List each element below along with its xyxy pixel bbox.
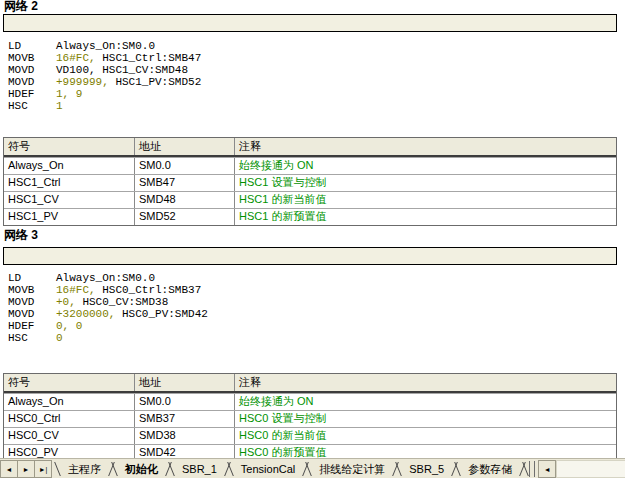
tab-divider	[452, 460, 460, 478]
symbol-cell: Always_On	[4, 394, 134, 410]
pou-tab-bar: ◄►►|主程序初始化SBR_1TensionCal排线给定计算SBR_5参数存储…	[0, 458, 625, 478]
stl-operand: HSC1_PV:SMD52	[109, 76, 201, 88]
table-row[interactable]: HSC1_PVSMD52HSC1 的新预置值	[4, 208, 616, 225]
stl-line: HDEF1, 9	[8, 88, 201, 100]
address-cell: SMD38	[134, 428, 234, 444]
tab-参数存储[interactable]: 参数存储	[460, 460, 520, 478]
table-row[interactable]: HSC1_CVSMD48HSC1 的新当前值	[4, 191, 616, 208]
stl-operand: Always_On:SM0.0	[56, 272, 155, 284]
stl-line: MOVB16#FC, HSC0_Ctrl:SMB37	[8, 284, 208, 296]
address-cell: SMD48	[134, 192, 234, 208]
stl-line: LDAlways_On:SM0.0	[8, 272, 208, 284]
hscrollbar-left-button[interactable]: ◄	[538, 460, 556, 478]
tab-divider	[303, 460, 311, 478]
table-row[interactable]: HSC0_CtrlSMB37HSC0 设置与控制	[4, 410, 616, 427]
tab-主程序[interactable]: 主程序	[60, 460, 109, 478]
stl-literal-operand: +999999,	[56, 76, 109, 88]
stl-literal-operand: 16#FC,	[56, 52, 96, 64]
tab-scroll-right-button[interactable]: ►	[18, 460, 35, 478]
comment-cell: HSC1 设置与控制	[234, 175, 616, 191]
stl-literal-operand: 1	[56, 100, 63, 112]
stl-line: MOVD+0, HSC0_CV:SMD38	[8, 296, 208, 308]
column-header: 地址	[134, 138, 234, 155]
symbol-cell: HSC1_PV	[4, 209, 134, 225]
tab-divider	[225, 460, 233, 478]
stl-operand: HSC0_CV:SMD38	[76, 296, 168, 308]
network-3-title: 网络 3	[4, 229, 38, 241]
symbol-cell: HSC0_CV	[4, 428, 134, 444]
tab-divider	[166, 460, 174, 478]
column-header: 符号	[4, 374, 134, 391]
symbol-table-header-row: 符号地址注释	[4, 138, 616, 157]
address-cell: SMD52	[134, 209, 234, 225]
column-header: 符号	[4, 138, 134, 155]
stl-operand: Always_On:SM0.0	[56, 40, 155, 52]
network-3-symbol-table: 符号地址注释Always_OnSM0.0始终接通为 ONHSC0_CtrlSMB…	[3, 373, 617, 462]
stl-opcode: MOVB	[8, 284, 56, 296]
address-cell: SMB37	[134, 411, 234, 427]
comment-cell: HSC0 设置与控制	[234, 411, 616, 427]
stl-opcode: MOVD	[8, 76, 56, 88]
stl-operand: HSC1_Ctrl:SMB47	[96, 52, 202, 64]
network-2-title: 网络 2	[4, 0, 38, 12]
stl-literal-operand: 0, 0	[56, 320, 82, 332]
network-3-stl-code[interactable]: LDAlways_On:SM0.0MOVB16#FC, HSC0_Ctrl:SM…	[8, 272, 208, 344]
stl-literal-operand: 1, 9	[56, 88, 82, 100]
tab-SBR_1[interactable]: SBR_1	[174, 460, 225, 478]
table-row[interactable]: HSC0_CVSMD38HSC0 的新当前值	[4, 427, 616, 444]
hscrollbar-track[interactable]	[556, 460, 625, 478]
comment-cell: HSC0 的新当前值	[234, 428, 616, 444]
stl-opcode: LD	[8, 272, 56, 284]
comment-cell: 始终接通为 ON	[234, 158, 616, 174]
tab-divider	[520, 460, 528, 478]
stl-opcode: HSC	[8, 332, 56, 344]
stl-opcode: MOVD	[8, 308, 56, 320]
comment-cell: 始终接通为 ON	[234, 394, 616, 410]
address-cell: SMB47	[134, 175, 234, 191]
symbol-cell: Always_On	[4, 158, 134, 174]
table-row[interactable]: Always_OnSM0.0始终接通为 ON	[4, 157, 616, 174]
tab-divider	[52, 460, 60, 478]
column-header: 注释	[234, 138, 616, 155]
symbol-cell: HSC0_Ctrl	[4, 411, 134, 427]
stl-line: MOVB16#FC, HSC1_Ctrl:SMB47	[8, 52, 201, 64]
stl-line: MOVD+999999, HSC1_PV:SMD52	[8, 76, 201, 88]
network-2-comment-box[interactable]	[3, 14, 617, 32]
stl-opcode: MOVD	[8, 64, 56, 76]
symbol-table-header-row: 符号地址注释	[4, 374, 616, 393]
stl-literal-operand: +0,	[56, 296, 76, 308]
comment-cell: HSC1 的新预置值	[234, 209, 616, 225]
network-2-stl-code[interactable]: LDAlways_On:SM0.0MOVB16#FC, HSC1_Ctrl:SM…	[8, 40, 201, 112]
tab-scrollbar-splitter[interactable]	[529, 461, 535, 477]
stl-line: HSC1	[8, 100, 201, 112]
tab-排线给定计算[interactable]: 排线给定计算	[311, 460, 393, 478]
stl-line: HDEF0, 0	[8, 320, 208, 332]
network-3-comment-box[interactable]	[3, 247, 617, 265]
tab-divider	[109, 460, 117, 478]
tab-divider	[393, 460, 401, 478]
tab-SBR_5[interactable]: SBR_5	[401, 460, 452, 478]
stl-line: HSC0	[8, 332, 208, 344]
stl-literal-operand: 16#FC,	[56, 284, 96, 296]
table-row[interactable]: Always_OnSM0.0始终接通为 ON	[4, 393, 616, 410]
stl-editor-view: 网络 2 LDAlways_On:SM0.0MOVB16#FC, HSC1_Ct…	[0, 0, 625, 478]
stl-line: LDAlways_On:SM0.0	[8, 40, 201, 52]
table-row[interactable]: HSC1_CtrlSMB47HSC1 设置与控制	[4, 174, 616, 191]
tab-TensionCal[interactable]: TensionCal	[233, 460, 303, 478]
stl-opcode: MOVB	[8, 52, 56, 64]
symbol-cell: HSC1_CV	[4, 192, 134, 208]
stl-opcode: HSC	[8, 100, 56, 112]
tab-scroll-left-button[interactable]: ◄	[0, 460, 18, 478]
stl-line: MOVDVD100, HSC1_CV:SMD48	[8, 64, 201, 76]
tab-scroll-last-button[interactable]: ►|	[35, 460, 52, 478]
stl-opcode: HDEF	[8, 320, 56, 332]
network-2-symbol-table: 符号地址注释Always_OnSM0.0始终接通为 ONHSC1_CtrlSMB…	[3, 137, 617, 226]
stl-literal-operand: +3200000,	[56, 308, 115, 320]
stl-line: MOVD+3200000, HSC0_PV:SMD42	[8, 308, 208, 320]
column-header: 地址	[134, 374, 234, 391]
address-cell: SM0.0	[134, 394, 234, 410]
tab-初始化[interactable]: 初始化	[117, 460, 166, 478]
stl-opcode: LD	[8, 40, 56, 52]
stl-operand: HSC0_PV:SMD42	[115, 308, 207, 320]
stl-operand: VD100, HSC1_CV:SMD48	[56, 64, 188, 76]
